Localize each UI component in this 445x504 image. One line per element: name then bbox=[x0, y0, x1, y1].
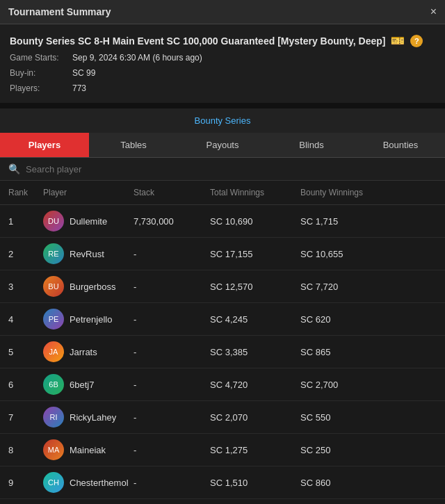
tab-players[interactable]: Players bbox=[0, 133, 89, 157]
avatar: RI bbox=[43, 407, 64, 428]
avatar: DU bbox=[43, 211, 64, 231]
help-icon[interactable]: ? bbox=[410, 35, 423, 47]
table-row[interactable]: 6 6B 6betj7 - SC 4,720 SC 2,700 bbox=[0, 368, 445, 401]
table-row[interactable]: 1 DU Dullemite 7,730,000 SC 10,690 SC 1,… bbox=[0, 205, 445, 238]
rank-cell: 2 bbox=[8, 249, 43, 259]
rank-cell: 6 bbox=[8, 380, 43, 390]
table-row[interactable]: 9 CH Chesterthemol - SC 1,510 SC 860 bbox=[0, 466, 445, 499]
bounty-series-bar: Bounty Series bbox=[0, 108, 445, 133]
player-name: Dullemite bbox=[70, 216, 107, 227]
table-row[interactable]: 8 MA Maineiak - SC 1,275 SC 250 bbox=[0, 434, 445, 466]
player-name: Chesterthemol bbox=[70, 478, 129, 488]
tabs-bar: Players Tables Payouts Blinds Bounties bbox=[0, 133, 445, 158]
bounty-cell: SC 10,655 bbox=[300, 249, 405, 259]
bounty-cell: SC 1,715 bbox=[300, 216, 405, 227]
rank-cell: 3 bbox=[8, 282, 43, 292]
rank-cell: 5 bbox=[8, 347, 43, 357]
player-name: Maineiak bbox=[70, 445, 106, 455]
player-cell: DU Dullemite bbox=[43, 211, 134, 231]
tab-payouts[interactable]: Payouts bbox=[178, 133, 267, 157]
col-player: Player bbox=[43, 188, 134, 197]
avatar: RE bbox=[43, 243, 64, 264]
winnings-cell: SC 17,155 bbox=[210, 249, 300, 259]
tournament-name: Bounty Series SC 8-H Main Event SC 100,0… bbox=[10, 35, 385, 47]
player-name: 6betj7 bbox=[70, 380, 94, 390]
stack-cell: - bbox=[134, 445, 210, 455]
rank-cell: 7 bbox=[8, 412, 43, 423]
players-value: 773 bbox=[72, 83, 86, 93]
stack-cell: - bbox=[134, 249, 210, 259]
winnings-cell: SC 10,690 bbox=[210, 216, 300, 227]
winnings-cell: SC 4,720 bbox=[210, 380, 300, 390]
avatar: PE bbox=[43, 309, 64, 330]
player-cell: JA Jarrats bbox=[43, 341, 134, 362]
player-cell: PE Petrenjello bbox=[43, 309, 134, 330]
tab-bounties[interactable]: Bounties bbox=[356, 133, 445, 157]
winnings-cell: SC 12,570 bbox=[210, 282, 300, 292]
avatar: JA bbox=[43, 341, 64, 362]
player-cell: RE RevRust bbox=[43, 243, 134, 264]
avatar: CH bbox=[43, 472, 64, 493]
ticket-icon: 🎫 bbox=[391, 34, 405, 47]
stack-cell: 7,730,000 bbox=[134, 216, 210, 227]
divider bbox=[0, 103, 445, 108]
player-cell: CH Chesterthemol bbox=[43, 472, 134, 493]
col-bounty-winnings: Bounty Winnings bbox=[300, 188, 405, 197]
col-stack: Stack bbox=[134, 188, 210, 197]
bounty-series-link[interactable]: Bounty Series bbox=[195, 115, 251, 126]
close-button[interactable]: × bbox=[430, 6, 437, 18]
stack-cell: - bbox=[134, 380, 210, 390]
stack-cell: - bbox=[134, 412, 210, 423]
player-name: RickyLahey bbox=[70, 412, 116, 423]
table-row[interactable]: 3 BU Burgerboss - SC 12,570 SC 7,720 bbox=[0, 270, 445, 303]
tab-blinds[interactable]: Blinds bbox=[267, 133, 356, 157]
stack-cell: - bbox=[134, 478, 210, 488]
table-row[interactable]: 5 JA Jarrats - SC 3,385 SC 865 bbox=[0, 336, 445, 368]
player-name: RevRust bbox=[70, 249, 104, 259]
winnings-cell: SC 1,510 bbox=[210, 478, 300, 488]
winnings-cell: SC 1,275 bbox=[210, 445, 300, 455]
player-name: Jarrats bbox=[70, 347, 97, 357]
bounty-cell: SC 550 bbox=[300, 412, 405, 423]
player-name: Petrenjello bbox=[70, 314, 112, 325]
player-cell: BU Burgerboss bbox=[43, 276, 134, 297]
rank-cell: 4 bbox=[8, 314, 43, 325]
game-starts-value: Sep 9, 2024 6:30 AM (6 hours ago) bbox=[72, 53, 202, 63]
bounty-cell: SC 865 bbox=[300, 347, 405, 357]
bounty-cell: SC 7,720 bbox=[300, 282, 405, 292]
col-rank: Rank bbox=[8, 188, 43, 197]
avatar: MA bbox=[43, 439, 64, 460]
table-row[interactable]: 2 RE RevRust - SC 17,155 SC 10,655 bbox=[0, 238, 445, 270]
avatar: BU bbox=[43, 276, 64, 297]
tab-tables[interactable]: Tables bbox=[89, 133, 178, 157]
table-header: Rank Player Stack Total Winnings Bounty … bbox=[0, 181, 445, 205]
rank-cell: 8 bbox=[8, 445, 43, 455]
winnings-cell: SC 3,385 bbox=[210, 347, 300, 357]
stack-cell: - bbox=[134, 347, 210, 357]
window-title: Tournament Summary bbox=[8, 6, 111, 17]
game-starts-label: Game Starts: bbox=[10, 53, 72, 63]
buy-in-value: SC 99 bbox=[72, 68, 95, 78]
game-starts-row: Game Starts: Sep 9, 2024 6:30 AM (6 hour… bbox=[10, 53, 435, 63]
winnings-cell: SC 4,245 bbox=[210, 314, 300, 325]
player-cell: 6B 6betj7 bbox=[43, 374, 134, 395]
title-bar: Tournament Summary × bbox=[0, 0, 445, 24]
players-row: Players: 773 bbox=[10, 83, 435, 93]
table-row[interactable]: 7 RI RickyLahey - SC 2,070 SC 550 bbox=[0, 401, 445, 434]
search-bar: 🔍 bbox=[0, 158, 445, 181]
buy-in-row: Buy-in: SC 99 bbox=[10, 68, 435, 78]
players-list: 1 DU Dullemite 7,730,000 SC 10,690 SC 1,… bbox=[0, 205, 445, 499]
avatar: 6B bbox=[43, 374, 64, 395]
stack-cell: - bbox=[134, 282, 210, 292]
bounty-cell: SC 620 bbox=[300, 314, 405, 325]
search-input[interactable] bbox=[26, 164, 437, 174]
bounty-cell: SC 860 bbox=[300, 478, 405, 488]
tournament-title: Bounty Series SC 8-H Main Event SC 100,0… bbox=[10, 34, 435, 47]
col-total-winnings: Total Winnings bbox=[210, 188, 300, 197]
winnings-cell: SC 2,070 bbox=[210, 412, 300, 423]
table-row[interactable]: 4 PE Petrenjello - SC 4,245 SC 620 bbox=[0, 303, 445, 336]
bounty-cell: SC 2,700 bbox=[300, 380, 405, 390]
stack-cell: - bbox=[134, 314, 210, 325]
buy-in-label: Buy-in: bbox=[10, 68, 72, 78]
rank-cell: 9 bbox=[8, 478, 43, 488]
